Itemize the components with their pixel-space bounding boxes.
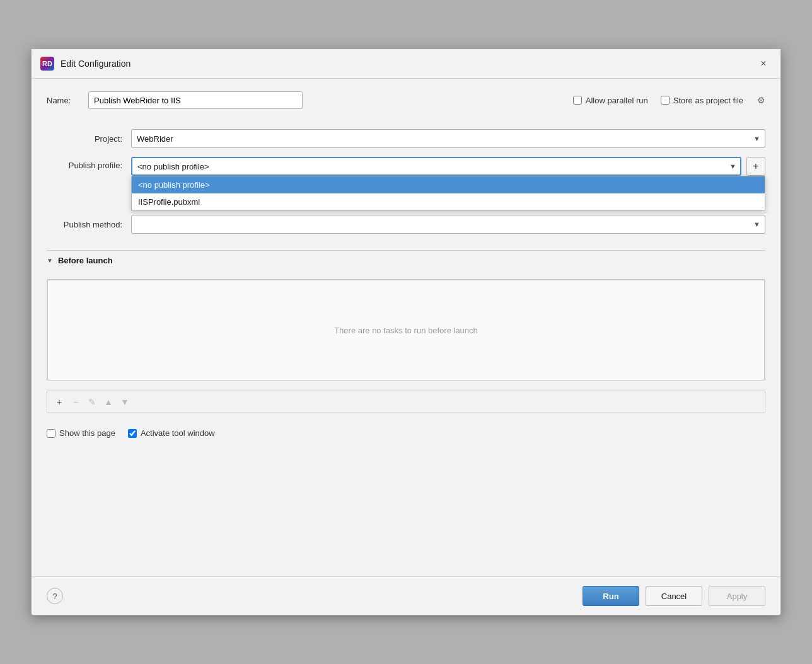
before-launch-title: Before launch [58, 256, 113, 265]
publish-profile-dropdown-popup: <no publish profile> IISProfile.pubxml [131, 176, 765, 211]
help-button[interactable]: ? [47, 588, 63, 604]
add-task-button[interactable]: + [52, 395, 66, 409]
tasks-area: There are no tasks to run before launch [47, 280, 765, 381]
publish-method-dropdown[interactable] [131, 215, 765, 234]
add-publish-profile-button[interactable]: + [746, 157, 765, 176]
show-page-checkbox-item[interactable]: Show this page [47, 428, 115, 438]
publish-profile-row-inner: <no publish profile> IISProfile.pubxml ▼… [131, 157, 765, 176]
publish-profile-select[interactable]: <no publish profile> IISProfile.pubxml [131, 157, 741, 176]
allow-parallel-run-checkbox[interactable] [573, 96, 582, 105]
edit-task-button[interactable]: ✎ [85, 395, 99, 409]
project-row: Project: WebRider ▼ [47, 129, 765, 148]
before-launch-toolbar: + − ✎ ▲ ▼ [47, 391, 765, 413]
dialog-body: Name: Allow parallel run Store as projec… [32, 79, 780, 576]
checkboxes-row: Allow parallel run Store as project file… [573, 95, 765, 105]
publish-method-label: Publish method: [47, 220, 122, 229]
close-button[interactable]: × [755, 55, 772, 72]
remove-task-button[interactable]: − [69, 395, 83, 409]
before-launch-section-header: ▼ Before launch [47, 250, 765, 269]
show-page-checkbox[interactable] [47, 429, 55, 438]
form-section: Project: WebRider ▼ Publish profile: <no… [47, 129, 765, 234]
activate-tool-window-checkbox[interactable] [128, 429, 137, 438]
move-down-button[interactable]: ▼ [118, 395, 132, 409]
before-launch-chevron-icon[interactable]: ▼ [47, 257, 53, 264]
publish-profile-wrapper: <no publish profile> IISProfile.pubxml ▼ [131, 157, 741, 176]
app-icon: RD [40, 57, 54, 71]
project-label: Project: [47, 134, 122, 144]
dialog-footer: ? Run Cancel Apply [32, 576, 780, 615]
store-as-project-file-label: Store as project file [673, 96, 743, 105]
publish-profile-dropdown-container: <no publish profile> IISProfile.pubxml ▼… [131, 157, 765, 176]
tasks-container: There are no tasks to run before launch [47, 279, 765, 381]
allow-parallel-run-label: Allow parallel run [586, 96, 648, 105]
publish-method-dropdown-wrapper: ▼ [131, 215, 765, 234]
no-tasks-text: There are no tasks to run before launch [334, 326, 478, 335]
dropdown-item-no-profile[interactable]: <no publish profile> [132, 176, 765, 193]
cancel-button[interactable]: Cancel [646, 586, 702, 606]
dialog-title: Edit Configuration [61, 59, 749, 69]
activate-tool-window-checkbox-item[interactable]: Activate tool window [128, 428, 215, 438]
store-as-project-file-checkbox-item[interactable]: Store as project file [661, 96, 743, 105]
publish-method-row: Publish method: ▼ [47, 215, 765, 234]
publish-profile-row: Publish profile: <no publish profile> II… [47, 157, 765, 176]
edit-configuration-dialog: RD Edit Configuration × Name: Allow para… [31, 49, 781, 615]
name-input[interactable] [88, 91, 303, 109]
project-dropdown-wrapper: WebRider ▼ [131, 129, 765, 148]
store-as-project-file-checkbox[interactable] [661, 96, 670, 105]
dropdown-item-iisprofile[interactable]: IISProfile.pubxml [132, 193, 765, 210]
run-button[interactable]: Run [583, 586, 639, 606]
name-label: Name: [47, 96, 78, 105]
gear-icon[interactable]: ⚙ [757, 95, 765, 105]
show-page-label: Show this page [59, 428, 115, 438]
publish-profile-label: Publish profile: [47, 157, 122, 170]
name-row: Name: Allow parallel run Store as projec… [47, 91, 765, 109]
project-dropdown[interactable]: WebRider [131, 129, 765, 148]
allow-parallel-run-checkbox-item[interactable]: Allow parallel run [573, 96, 648, 105]
title-bar: RD Edit Configuration × [32, 49, 780, 79]
apply-button[interactable]: Apply [709, 586, 765, 606]
bottom-checkboxes: Show this page Activate tool window [47, 423, 765, 443]
activate-tool-window-label: Activate tool window [141, 428, 215, 438]
move-up-button[interactable]: ▲ [102, 395, 115, 409]
